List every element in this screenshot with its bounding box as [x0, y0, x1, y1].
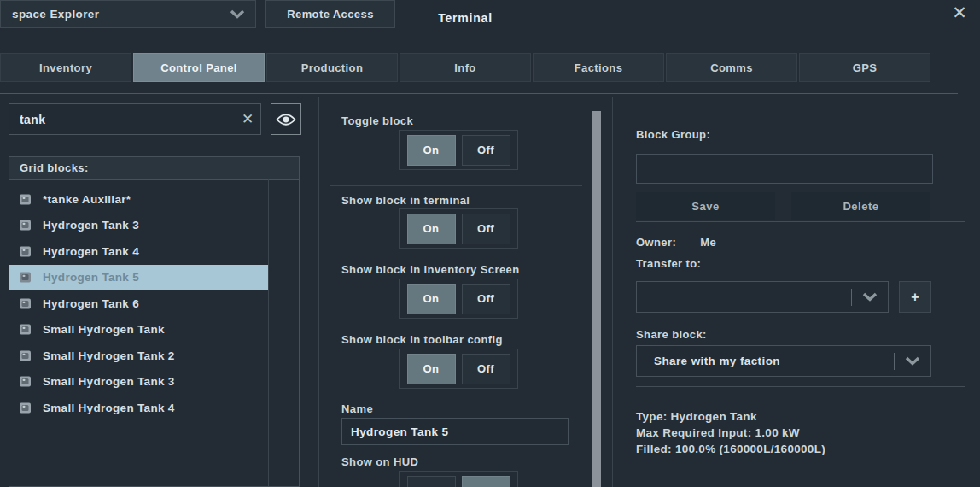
list-item[interactable]: Small Hydrogen Tank — [9, 317, 268, 343]
show-in-terminal-on-button[interactable]: On — [407, 214, 456, 244]
terminal-tabbar: Inventory Control Panel Production Info … — [0, 53, 930, 82]
tab-factions[interactable]: Factions — [533, 53, 664, 82]
remote-access-button[interactable]: Remote Access — [265, 0, 395, 28]
max-input-text: Max Required Input: 1.00 kW — [636, 425, 977, 441]
show-in-toolbar-label: Show block in toolbar config — [341, 333, 503, 346]
list-item-selected[interactable]: Hydrogen Tank 5 — [9, 265, 268, 291]
chevron-down-icon — [219, 9, 255, 19]
list-item[interactable]: Hydrogen Tank 4 — [9, 238, 268, 265]
search-input[interactable] — [9, 113, 235, 126]
tab-info[interactable]: Info — [400, 53, 531, 82]
show-in-terminal-label: Show block in terminal — [341, 194, 470, 207]
toggle-block-on-button[interactable]: On — [407, 135, 456, 166]
name-label: Name — [341, 402, 373, 415]
list-item[interactable]: Small Hydrogen Tank 2 — [9, 343, 268, 369]
block-name-field — [341, 418, 569, 445]
tank-block-icon — [18, 401, 32, 415]
share-block-value: Share with my faction — [637, 355, 894, 367]
eye-icon — [276, 113, 296, 126]
block-type-text: Type: Hydrogen Tank — [636, 408, 977, 425]
middle-panel-right-border — [586, 97, 586, 487]
show-in-inventory-label: Show block in Inventory Screen — [341, 263, 520, 276]
grid-selector-dropdown[interactable]: space Explorer — [0, 0, 256, 28]
show-hidden-blocks-button[interactable] — [271, 103, 301, 135]
show-in-terminal-switch: On Off — [399, 208, 518, 249]
header-divider — [0, 38, 943, 38]
tank-block-icon — [18, 322, 32, 337]
add-transfer-target-button[interactable]: + — [899, 281, 931, 313]
grid-selector-value: space Explorer — [1, 8, 219, 21]
show-on-hud-off-button[interactable]: Off — [462, 476, 510, 487]
show-on-hud-switch: On Off — [399, 471, 518, 487]
show-in-inventory-switch: On Off — [399, 279, 518, 319]
block-group-input[interactable] — [637, 162, 932, 175]
block-search-box: ✕ — [9, 103, 261, 135]
tab-gps[interactable]: GPS — [799, 53, 930, 82]
show-on-hud-on-button[interactable]: On — [407, 476, 456, 487]
show-in-toolbar-off-button[interactable]: Off — [462, 354, 510, 384]
list-item[interactable]: Small Hydrogen Tank 4 — [9, 395, 268, 421]
buttons-divider — [636, 221, 965, 222]
block-group-field — [636, 154, 933, 184]
middle-panel-scrollbar[interactable] — [592, 111, 601, 487]
owner-value: Me — [700, 236, 716, 249]
terminal-window: space Explorer Remote Access Terminal ✕ … — [0, 0, 980, 487]
show-in-terminal-off-button[interactable]: Off — [462, 214, 510, 244]
tab-control-panel[interactable]: Control Panel — [133, 53, 265, 82]
grid-blocks-list: *tanke Auxiliar* Hydrogen Tank 3 Hydroge… — [9, 179, 300, 487]
tank-block-icon — [18, 192, 32, 207]
close-icon[interactable]: ✕ — [945, 0, 974, 26]
tab-production[interactable]: Production — [266, 53, 398, 82]
chevron-down-icon — [895, 356, 930, 366]
toggle-block-label: Toggle block — [341, 114, 413, 127]
block-info: Type: Hydrogen Tank Max Required Input: … — [636, 408, 977, 457]
toggle-block-off-button[interactable]: Off — [462, 135, 510, 166]
tank-block-icon — [18, 244, 32, 259]
save-button[interactable]: Save — [636, 192, 775, 220]
share-block-label: Share block: — [636, 328, 707, 341]
delete-button[interactable]: Delete — [791, 192, 930, 220]
tank-block-icon — [18, 218, 32, 232]
section-divider — [330, 185, 582, 186]
tank-block-icon — [18, 296, 32, 311]
tank-block-icon — [18, 270, 32, 285]
chevron-down-icon — [852, 292, 888, 302]
tabs-divider — [0, 93, 958, 94]
list-item[interactable]: *tanke Auxiliar* — [9, 186, 268, 213]
owner-row: Owner: Me — [636, 236, 716, 249]
tab-comms[interactable]: Comms — [666, 53, 797, 82]
tank-block-icon — [18, 349, 32, 363]
show-in-toolbar-on-button[interactable]: On — [407, 354, 456, 384]
tab-inventory[interactable]: Inventory — [0, 53, 131, 82]
list-item[interactable]: Small Hydrogen Tank 3 — [9, 369, 268, 396]
right-panel-left-border — [612, 97, 613, 487]
toggle-block-switch: On Off — [399, 130, 518, 170]
transfer-to-label: Transfer to: — [636, 257, 701, 270]
block-name-input[interactable] — [342, 425, 568, 438]
page-title: Terminal — [395, 11, 535, 25]
filled-text: Filled: 100.0% (160000L/160000L) — [636, 441, 977, 457]
tank-block-icon — [18, 374, 32, 389]
list-item[interactable]: Hydrogen Tank 3 — [9, 213, 268, 239]
show-in-toolbar-switch: On Off — [399, 349, 518, 389]
list-scroll-track[interactable] — [268, 179, 269, 486]
owner-label: Owner: — [636, 236, 676, 249]
show-in-inventory-on-button[interactable]: On — [407, 284, 456, 314]
show-in-inventory-off-button[interactable]: Off — [462, 284, 510, 314]
show-on-hud-label: Show on HUD — [341, 455, 418, 468]
left-middle-divider — [318, 97, 319, 487]
info-divider — [636, 386, 965, 387]
block-group-label: Block Group: — [636, 128, 710, 141]
grid-blocks-header: Grid blocks: — [9, 156, 300, 180]
transfer-to-dropdown[interactable] — [636, 281, 889, 313]
clear-search-icon[interactable]: ✕ — [235, 110, 260, 128]
share-block-dropdown[interactable]: Share with my faction — [636, 345, 931, 377]
list-item[interactable]: Hydrogen Tank 6 — [9, 290, 268, 317]
